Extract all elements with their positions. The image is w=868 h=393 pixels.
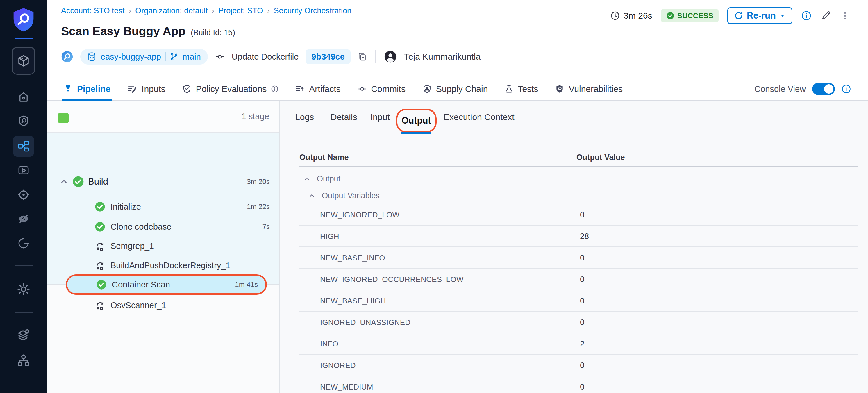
step-row-osvscanner[interactable]: OsvScanner_1 (47, 296, 279, 315)
edit-pencil-icon[interactable] (820, 10, 831, 21)
breadcrumb-project[interactable]: Project: STO (218, 6, 263, 16)
left-nav-sidebar (0, 0, 47, 393)
table-group-output[interactable]: Output (300, 170, 858, 187)
artifacts-icon (295, 84, 305, 94)
output-value: 0 (580, 253, 585, 263)
settings-gear-icon[interactable] (0, 282, 47, 296)
exemptions-eye-slash-icon[interactable] (0, 213, 47, 225)
breadcrumb-module[interactable]: Security Orchestration (274, 6, 351, 16)
executions-play-icon[interactable] (0, 164, 47, 176)
inputs-icon (127, 84, 137, 94)
table-group-output-variables[interactable]: Output Variables (300, 187, 858, 204)
detail-tab-output[interactable]: Output (401, 115, 431, 126)
output-name: NEW_IGNORED_OCCURRENCES_LOW (320, 275, 464, 284)
tab-inputs[interactable]: Inputs (127, 78, 165, 100)
breadcrumb: Account: STO test › Organization: defaul… (61, 6, 351, 16)
table-row: INFO 2 (300, 333, 858, 355)
step-row-initialize[interactable]: Initialize 1m 22s (47, 197, 279, 216)
stage-execution-panel: 1 stage Build 3m 20s Initialize 1m 22s (47, 100, 280, 393)
breadcrumb-account[interactable]: Account: STO test (61, 6, 125, 16)
tab-tests[interactable]: Tests (505, 78, 538, 100)
step-row-buildandpush[interactable]: BuildAndPushDockerRegistry_1 (47, 256, 279, 275)
rerun-step-icon (94, 240, 105, 251)
output-name: HIGH (320, 232, 339, 241)
breadcrumb-separator: › (212, 6, 214, 16)
step-name: BuildAndPushDockerRegistry_1 (111, 261, 230, 270)
repo-name-link[interactable]: easy-buggy-app (100, 52, 161, 62)
detail-tab-input[interactable]: Input (370, 112, 390, 122)
getting-started-power-icon[interactable] (0, 237, 47, 249)
more-options-kebab-icon[interactable] (840, 11, 850, 21)
overview-shield-search-icon[interactable] (0, 115, 47, 127)
output-name: NEW_MEDIUM (320, 383, 373, 392)
success-check-icon (72, 176, 84, 188)
sidebar-divider (14, 312, 33, 313)
info-icon[interactable] (801, 10, 812, 21)
rerun-step-icon (94, 260, 105, 271)
pipelines-icon[interactable] (13, 136, 34, 157)
tab-pipeline[interactable]: Pipeline (63, 78, 111, 100)
output-value: 0 (580, 361, 585, 370)
branch-name-link[interactable]: main (183, 52, 201, 62)
detail-tab-execution-context[interactable]: Execution Context (443, 112, 514, 122)
step-row-semgrep[interactable]: Semgrep_1 (47, 236, 279, 255)
vulnerability-shield-icon (555, 84, 564, 94)
table-row: HIGH 28 (300, 225, 858, 247)
step-duration: 7s (262, 223, 270, 231)
column-header-output-name: Output Name (300, 153, 349, 162)
table-row: IGNORED 0 (300, 355, 858, 376)
output-variables-table: Output Name Output Value Output Output V… (300, 148, 858, 393)
sto-stage-icon (61, 51, 73, 63)
step-row-container-scan-selected-annotated[interactable]: Container Scan 1m 41s (66, 274, 267, 295)
stage-row-build[interactable]: Build 3m 20s (47, 172, 279, 191)
output-value: 0 (580, 296, 585, 305)
tab-policy-evaluations[interactable]: Policy Evaluations (182, 78, 278, 100)
tab-vulnerabilities[interactable]: Vulnerabilities (555, 78, 623, 100)
table-row: IGNORED_UNASSIGNED 0 (300, 312, 858, 333)
success-check-icon (666, 11, 674, 20)
stage-group-build: Build 3m 20s Initialize 1m 22s Clone cod… (47, 132, 279, 285)
output-value: 2 (580, 339, 585, 349)
chevron-up-icon[interactable] (60, 177, 68, 186)
detail-tab-logs[interactable]: Logs (295, 112, 314, 122)
status-badge: SUCCESS (661, 9, 719, 22)
detail-tab-details[interactable]: Details (331, 112, 357, 122)
rerun-button[interactable]: Re-run (727, 7, 793, 24)
step-duration: 1m 22s (247, 203, 270, 211)
chevron-up-icon[interactable] (308, 192, 315, 199)
step-name: Initialize (111, 202, 141, 212)
group-label: Output Variables (322, 191, 380, 200)
refresh-icon (734, 11, 743, 20)
tab-supply-chain[interactable]: Supply Chain (422, 78, 488, 100)
step-name: Clone codebase (111, 222, 172, 232)
copy-icon[interactable] (358, 52, 367, 61)
avatar[interactable] (384, 50, 397, 63)
tab-commits[interactable]: Commits (358, 78, 405, 100)
sto-shield-logo[interactable] (0, 7, 47, 35)
layers-settings-icon[interactable] (0, 329, 47, 342)
info-icon[interactable] (271, 85, 278, 93)
tab-artifacts[interactable]: Artifacts (295, 78, 340, 100)
caret-down-icon (779, 12, 786, 19)
output-value: 28 (580, 232, 589, 241)
repo-branch-pill: easy-buggy-app main (80, 49, 208, 64)
build-id-label: (Build Id: 15) (191, 28, 235, 37)
annotation-output-tab: Output (396, 109, 437, 132)
output-value: 0 (580, 382, 585, 392)
module-cube-icon[interactable] (12, 47, 35, 75)
info-icon[interactable] (841, 84, 851, 94)
policy-shield-icon (182, 84, 192, 94)
targets-crosshair-icon[interactable] (0, 189, 47, 201)
output-name: NEW_BASE_INFO (320, 253, 385, 263)
console-view-toggle[interactable] (812, 83, 835, 95)
breadcrumb-organization[interactable]: Organization: default (135, 6, 208, 16)
commit-sha-pill[interactable]: 9b349ce (306, 50, 350, 64)
commit-message[interactable]: Update Dockerfile (232, 52, 299, 62)
org-settings-icon[interactable] (0, 354, 47, 367)
commit-icon (215, 52, 225, 62)
home-icon[interactable] (0, 91, 47, 103)
step-row-clone-codebase[interactable]: Clone codebase 7s (47, 217, 279, 236)
meta-divider (375, 50, 376, 63)
table-row: NEW_IGNORED_OCCURRENCES_LOW 0 (300, 269, 858, 290)
chevron-up-icon[interactable] (304, 175, 310, 182)
